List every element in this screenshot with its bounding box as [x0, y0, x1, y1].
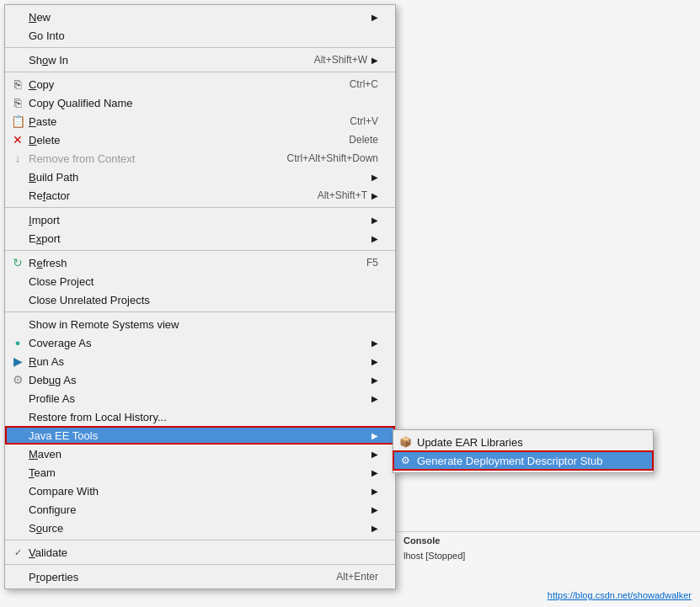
console-text: lhost [Stopped]: [397, 549, 700, 562]
menu-item-configure[interactable]: Configure ▶: [5, 500, 395, 519]
copy-icon: ⎘: [10, 77, 25, 92]
menu-item-showin[interactable]: Show In Alt+Shift+W ▶: [5, 51, 395, 69]
menu-item-refactor[interactable]: Refactor Alt+Shift+T ▶: [5, 186, 395, 205]
menu-item-team[interactable]: Team ▶: [5, 463, 395, 482]
menu-item-runas-label: Run As: [29, 355, 367, 368]
menu-item-profileas-label: Profile As: [29, 392, 367, 405]
menu-item-removefromcontext: ↓ Remove from Context Ctrl+Alt+Shift+Dow…: [5, 149, 395, 168]
menu-item-delete[interactable]: ✕ Delete Delete: [5, 130, 395, 149]
menu-item-paste-shortcut: Ctrl+V: [350, 115, 378, 127]
menu-item-refresh-shortcut: F5: [366, 257, 378, 269]
submenu-item-updateear[interactable]: 📦 Update EAR Libraries: [393, 433, 653, 451]
validate-icon: ✓: [10, 545, 25, 560]
menu-item-runas-arrow: ▶: [371, 357, 378, 366]
menu-item-showremote[interactable]: Show in Remote Systems view: [5, 315, 395, 333]
menu-item-javaeetools-arrow: ▶: [371, 431, 378, 440]
menu-item-delete-label: Delete: [29, 134, 323, 146]
menu-item-maven[interactable]: Maven ▶: [5, 445, 395, 463]
console-label: Console: [397, 532, 700, 549]
submenu-javaeetools: 📦 Update EAR Libraries ⚙ Generate Deploy…: [393, 429, 654, 473]
menu-item-runas[interactable]: ▶ Run As ▶: [5, 352, 395, 370]
menu-item-validate-label: Validate: [29, 546, 378, 559]
menu-item-gointo-label: Go Into: [29, 29, 378, 42]
menu-item-restorefrom-label: Restore from Local History...: [29, 411, 378, 423]
menu-item-removefromcontext-shortcut: Ctrl+Alt+Shift+Down: [287, 152, 378, 164]
menu-item-coverageas[interactable]: ● Coverage As ▶: [5, 333, 395, 352]
separator-2: [5, 72, 395, 72]
menu-item-copy-shortcut: Ctrl+C: [350, 78, 378, 90]
separator-1: [5, 47, 395, 48]
menu-item-closeunrelated[interactable]: Close Unrelated Projects: [5, 290, 395, 309]
menu-item-copy[interactable]: ⎘ Copy Ctrl+C: [5, 75, 395, 93]
menu-item-closeproject-label: Close Project: [29, 275, 378, 288]
remove-icon: ↓: [10, 151, 25, 166]
menu-item-comparewith-arrow: ▶: [371, 487, 378, 496]
menu-item-debugas-arrow: ▶: [371, 375, 378, 385]
menu-item-import[interactable]: Import ▶: [5, 210, 395, 229]
menu-item-new-arrow: ▶: [371, 13, 378, 22]
menu-item-showin-shortcut: Alt+Shift+W: [314, 54, 367, 66]
runas-icon: ▶: [10, 354, 25, 369]
menu-item-copy-label: Copy: [29, 78, 324, 91]
menu-item-copyqualified[interactable]: ⎘ Copy Qualified Name: [5, 93, 395, 112]
menu-item-source-label: Source: [29, 522, 367, 535]
menu-item-maven-label: Maven: [29, 448, 367, 461]
context-menu: New ▶ Go Into Show In Alt+Shift+W ▶ ⎘ Co…: [4, 4, 396, 589]
menu-item-showremote-label: Show in Remote Systems view: [29, 318, 378, 331]
menu-item-configure-arrow: ▶: [371, 505, 378, 514]
menu-item-javaeetools[interactable]: Java EE Tools ▶: [5, 426, 395, 445]
copyqualified-icon: ⎘: [10, 95, 25, 110]
menu-item-export-label: Export: [29, 232, 367, 245]
menu-item-copyqualified-label: Copy Qualified Name: [29, 97, 378, 109]
menu-item-properties-label: Properties: [29, 571, 311, 583]
menu-item-coverageas-arrow: ▶: [371, 338, 378, 348]
menu-item-configure-label: Configure: [29, 503, 367, 516]
menu-item-import-arrow: ▶: [371, 216, 378, 225]
menu-item-coverageas-label: Coverage As: [29, 337, 367, 349]
separator-4: [5, 250, 395, 251]
coverageas-icon: ●: [10, 335, 25, 350]
menu-item-buildpath-arrow: ▶: [371, 173, 378, 182]
menu-item-restorefrom[interactable]: Restore from Local History...: [5, 407, 395, 426]
menu-item-source[interactable]: Source ▶: [5, 519, 395, 537]
menu-item-buildpath-label: Build Path: [29, 171, 367, 184]
menu-item-refactor-arrow: ▶: [371, 191, 378, 200]
separator-6: [5, 540, 395, 540]
gear-icon: ⚙: [398, 453, 413, 468]
menu-item-showin-arrow: ▶: [371, 56, 378, 65]
menu-item-debugas[interactable]: ⚙ Debug As ▶: [5, 370, 395, 389]
menu-item-import-label: Import: [29, 214, 367, 226]
menu-item-comparewith[interactable]: Compare With ▶: [5, 482, 395, 500]
menu-item-gointo[interactable]: Go Into: [5, 26, 395, 45]
submenu-item-generatedeployment[interactable]: ⚙ Generate Deployment Descriptor Stub: [393, 451, 653, 470]
menu-item-closeunrelated-label: Close Unrelated Projects: [29, 294, 378, 306]
separator-7: [5, 564, 395, 565]
menu-item-new-label: New: [29, 11, 367, 24]
menu-item-validate[interactable]: ✓ Validate: [5, 543, 395, 562]
menu-item-comparewith-label: Compare With: [29, 485, 367, 498]
separator-5: [5, 311, 395, 312]
menu-item-buildpath[interactable]: Build Path ▶: [5, 168, 395, 186]
ear-icon: 📦: [398, 434, 413, 450]
menu-item-team-arrow: ▶: [371, 468, 378, 477]
menu-item-export[interactable]: Export ▶: [5, 229, 395, 248]
menu-item-paste[interactable]: 📋 Paste Ctrl+V: [5, 112, 395, 130]
menu-item-refactor-shortcut: Alt+Shift+T: [318, 189, 367, 201]
menu-item-refresh[interactable]: ↻ Refresh F5: [5, 253, 395, 272]
refresh-icon: ↻: [10, 255, 25, 270]
delete-icon: ✕: [10, 132, 25, 147]
menu-item-closeproject[interactable]: Close Project: [5, 272, 395, 290]
menu-item-delete-shortcut: Delete: [349, 134, 378, 146]
menu-item-new[interactable]: New ▶: [5, 8, 395, 26]
menu-item-properties[interactable]: Properties Alt+Enter: [5, 567, 395, 586]
menu-item-maven-arrow: ▶: [371, 450, 378, 459]
csdn-link[interactable]: https://blog.csdn.net/showadwalker: [548, 590, 692, 600]
menu-item-profileas[interactable]: Profile As ▶: [5, 389, 395, 407]
menu-item-source-arrow: ▶: [371, 524, 378, 533]
menu-item-paste-label: Paste: [29, 115, 324, 128]
menu-item-javaeetools-label: Java EE Tools: [29, 429, 367, 442]
menu-item-refresh-label: Refresh: [29, 257, 341, 269]
menu-item-export-arrow: ▶: [371, 234, 378, 243]
submenu-item-generatedeployment-label: Generate Deployment Descriptor Stub: [417, 455, 602, 467]
debugas-icon: ⚙: [10, 372, 25, 387]
